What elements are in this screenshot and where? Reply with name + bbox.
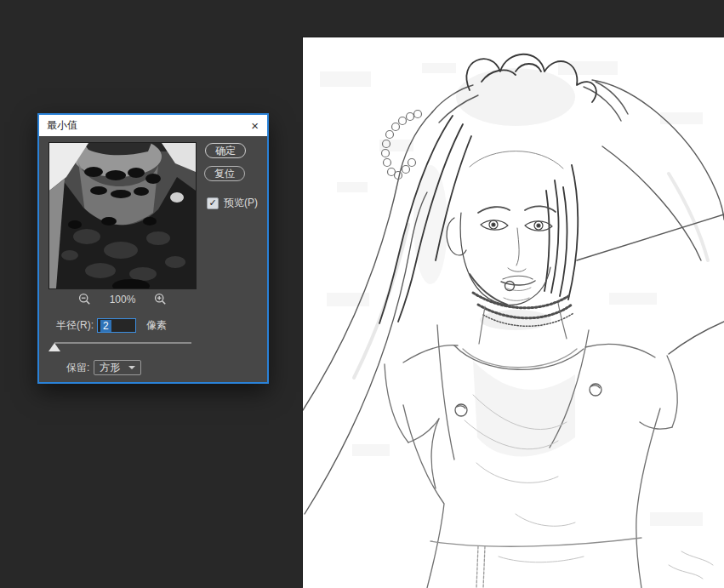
ok-button[interactable]: 确定 <box>205 143 246 158</box>
dialog-body: 确定 复位 ✓ 预览(P) 100% <box>39 136 267 382</box>
photoshop-workspace: 最小值 × <box>0 0 724 588</box>
radius-label: 半径(R): <box>56 318 94 333</box>
chevron-down-icon <box>128 366 135 369</box>
close-icon[interactable]: × <box>242 115 267 136</box>
radius-input[interactable]: 2 <box>97 318 136 333</box>
radius-row: 半径(R): 2 像素 <box>56 318 167 333</box>
document-canvas[interactable] <box>303 37 724 588</box>
preview-thumbnail <box>49 143 196 288</box>
preview-checkbox[interactable]: ✓ <box>207 197 219 209</box>
radius-slider[interactable] <box>53 337 192 354</box>
zoom-in-icon[interactable] <box>154 293 167 305</box>
sketch-image <box>303 37 724 588</box>
zoom-level-value: 100% <box>110 294 136 305</box>
preview-zoom-controls: 100% <box>39 293 206 305</box>
preview-toggle-row: ✓ 预览(P) <box>207 196 258 210</box>
preview-checkbox-label[interactable]: 预览(P) <box>224 196 258 210</box>
reset-button[interactable]: 复位 <box>204 166 245 181</box>
slider-track[interactable] <box>54 342 191 344</box>
checkmark-icon: ✓ <box>208 198 216 208</box>
slider-thumb-icon[interactable] <box>48 343 60 351</box>
radius-unit-label: 像素 <box>146 318 167 333</box>
filter-preview-image[interactable] <box>48 142 197 289</box>
dialog-title: 最小值 <box>39 118 77 133</box>
preserve-row: 保留: 方形 <box>66 360 141 375</box>
dialog-titlebar[interactable]: 最小值 × <box>39 115 267 136</box>
minimum-filter-dialog: 最小值 × <box>37 113 269 384</box>
preserve-value: 方形 <box>100 361 120 375</box>
preserve-dropdown[interactable]: 方形 <box>94 360 141 375</box>
preserve-label: 保留: <box>66 361 89 375</box>
radius-value-selected: 2 <box>100 320 111 332</box>
zoom-out-icon[interactable] <box>78 293 91 305</box>
